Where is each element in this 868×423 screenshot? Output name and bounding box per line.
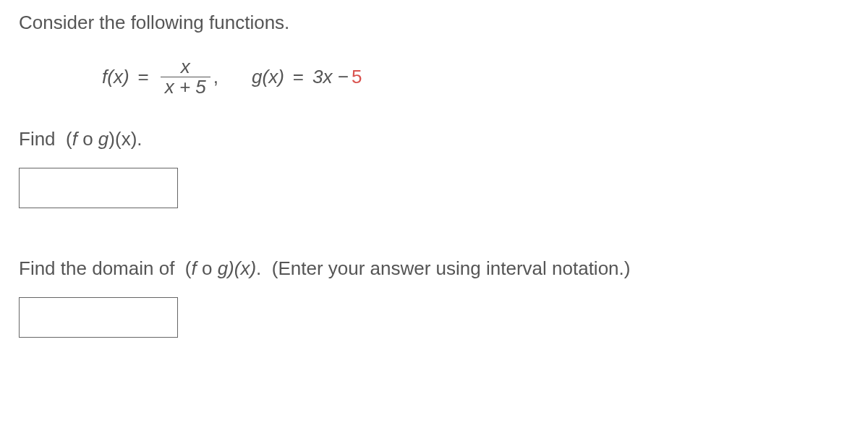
equations-row: f(x) = x x + 5 , g(x) = 3x − 5	[102, 57, 854, 98]
g-rhs-variable-part: 3x −	[312, 64, 349, 90]
question-1: Find (f o g)(x).	[19, 127, 854, 152]
q1-g: g	[98, 128, 109, 150]
f-equals: =	[138, 64, 149, 90]
q1-f: f	[72, 128, 77, 150]
q2-f: f	[191, 257, 196, 279]
answer-input-1[interactable]	[19, 168, 178, 208]
q2-mid: )(x)	[228, 257, 256, 279]
g-rhs-constant: 5	[352, 64, 362, 90]
question-2: Find the domain of (f o g)(x). (Enter yo…	[19, 256, 854, 281]
equation-g: g(x) = 3x − 5	[252, 64, 362, 90]
g-equals: =	[293, 64, 304, 90]
answer-input-2[interactable]	[19, 297, 178, 338]
comma: ,	[213, 64, 218, 90]
q2-compose: o	[197, 257, 218, 279]
q1-suffix: )(x).	[109, 128, 142, 150]
q2-prefix: Find the domain of (	[19, 257, 191, 279]
problem-intro: Consider the following functions.	[19, 10, 854, 35]
f-fraction: x x + 5	[161, 57, 210, 98]
q1-prefix: Find (	[19, 128, 72, 150]
equation-f: f(x) = x x + 5 ,	[102, 57, 223, 98]
f-numerator: x	[176, 57, 195, 77]
q1-compose: o	[77, 128, 98, 150]
g-lhs: g(x)	[252, 64, 284, 90]
q2-suffix: . (Enter your answer using interval nota…	[256, 257, 630, 279]
f-denominator: x + 5	[161, 77, 210, 97]
f-lhs: f(x)	[102, 64, 129, 90]
q2-g: g	[218, 257, 228, 279]
